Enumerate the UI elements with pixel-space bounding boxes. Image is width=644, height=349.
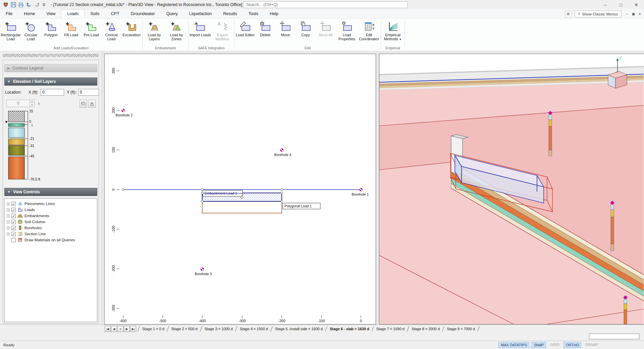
customize-qat-icon[interactable] bbox=[42, 2, 46, 7]
circular-load-button[interactable]: Circular Load bbox=[21, 19, 41, 45]
minimize-icon[interactable]: – bbox=[598, 0, 613, 9]
tab-cpt[interactable]: CPT bbox=[105, 10, 125, 18]
move-load-button[interactable]: Move bbox=[275, 19, 296, 45]
borehole-3[interactable]: Borehole 3 bbox=[195, 268, 212, 276]
empirical-methods-button[interactable]: Empirical Methods ▼ bbox=[382, 19, 404, 45]
stage-tab-6-active[interactable]: Stage 6 - slab = 1630 d bbox=[326, 327, 373, 331]
three-d-view-pane[interactable]: Z bbox=[379, 54, 644, 325]
checkbox-unchecked[interactable] bbox=[11, 238, 16, 242]
tab-soils[interactable]: Soils bbox=[85, 10, 105, 18]
expand-icon[interactable]: + bbox=[7, 227, 10, 230]
borehole-column-3[interactable] bbox=[623, 295, 628, 324]
tab-help[interactable]: Help bbox=[264, 10, 284, 18]
three-d-canvas[interactable]: Z bbox=[379, 54, 644, 324]
expand-icon[interactable]: + bbox=[7, 233, 10, 236]
doc-restore-icon[interactable]: ▣ bbox=[631, 11, 636, 17]
toggle-max-datatips[interactable]: MAX DATATIPS bbox=[498, 342, 529, 348]
delete-load-button[interactable]: Delete bbox=[255, 19, 275, 45]
next-stage-icon[interactable]: ▶ bbox=[124, 326, 130, 332]
redo-icon[interactable] bbox=[34, 2, 40, 7]
elevation-spinner[interactable] bbox=[6, 100, 30, 107]
spinner-arrows[interactable]: ▲▼ bbox=[30, 100, 35, 107]
borehole-4[interactable]: Borehole 4 bbox=[274, 149, 291, 157]
tree-item-boreholes[interactable]: + ✓ Boreholes bbox=[5, 225, 97, 231]
load-editor-button[interactable]: Load Editor bbox=[235, 19, 255, 45]
x-coordinate-field[interactable] bbox=[41, 89, 64, 96]
last-stage-icon[interactable]: ▶| bbox=[130, 326, 136, 332]
pre-load-button[interactable]: Pre-Load bbox=[81, 19, 101, 45]
search-input[interactable] bbox=[243, 1, 408, 8]
elevation-soil-layers-header[interactable]: ▼ Elevation / Soil Layers bbox=[4, 78, 97, 86]
tree-item-embankments[interactable]: + ✓ Embankments bbox=[5, 213, 97, 219]
plan-view-pane[interactable]: 300 200 100 0 -100 -200 -300 -600 -500 -… bbox=[104, 54, 376, 325]
borehole-2[interactable]: Borehole 2 bbox=[116, 109, 133, 117]
stage-tab-4[interactable]: Stage 4 = 1500 d bbox=[236, 327, 271, 331]
stage-tab-7[interactable]: Stage 7 = 1690 d bbox=[373, 327, 408, 331]
view-splitter[interactable] bbox=[376, 54, 379, 325]
contour-legend-header[interactable]: ▶ Contour Legend bbox=[4, 64, 97, 72]
toggle-osnap[interactable]: OSNAP bbox=[583, 342, 600, 348]
expand-icon[interactable]: + bbox=[7, 214, 10, 217]
tab-liquefaction[interactable]: Liquefaction bbox=[183, 10, 217, 18]
rectangular-load-button[interactable]: Rectangular Load bbox=[1, 19, 21, 45]
checkbox-checked[interactable]: ✓ bbox=[11, 208, 16, 212]
stage-tab-3[interactable]: Stage 3 = 1000 d bbox=[201, 327, 236, 331]
orientation-cube[interactable] bbox=[608, 71, 627, 88]
maximize-icon[interactable]: □ bbox=[613, 0, 629, 9]
borehole-1[interactable]: Borehole 1 bbox=[352, 188, 369, 197]
plan-view-canvas[interactable]: 300 200 100 0 -100 -200 -300 -600 -500 -… bbox=[105, 54, 376, 324]
expand-icon[interactable]: + bbox=[7, 208, 10, 211]
expand-icon[interactable]: + bbox=[7, 202, 10, 205]
stage-tab-1[interactable]: Stage 1 = 0 d bbox=[139, 327, 168, 331]
conical-load-button[interactable]: Conical Load bbox=[101, 19, 121, 45]
tab-results[interactable]: Results bbox=[217, 10, 243, 18]
tree-item-draw-materials[interactable]: Draw Materials on all Queries bbox=[5, 237, 97, 243]
tree-item-soil-column[interactable]: + ✓ Soil Column bbox=[5, 219, 97, 225]
borehole-column-1[interactable] bbox=[548, 111, 552, 156]
stage-tab-8[interactable]: Stage 8 = 2000 d bbox=[408, 327, 443, 331]
stage-tab-5[interactable]: Stage 5 -install side = 1600 d bbox=[272, 327, 326, 331]
expand-icon[interactable]: + bbox=[7, 220, 10, 223]
checkbox-checked[interactable]: ✓ bbox=[11, 214, 16, 218]
first-stage-icon[interactable]: |◀ bbox=[105, 326, 111, 332]
import-loads-button[interactable]: Import Loads bbox=[189, 19, 211, 45]
stage-list-icon[interactable]: # bbox=[117, 326, 123, 332]
panel-toggle-icon[interactable]: ⊞ bbox=[565, 11, 572, 17]
panel-drag-handle[interactable] bbox=[3, 54, 99, 57]
load-by-zones-button[interactable]: Load by Zones bbox=[165, 19, 187, 45]
toggle-ortho[interactable]: ORTHO bbox=[564, 342, 582, 348]
show-classic-menus-button[interactable]: ⚲ Show Classic Menus bbox=[574, 10, 622, 17]
prev-stage-icon[interactable]: ◀ bbox=[111, 326, 117, 332]
print-icon[interactable] bbox=[18, 2, 24, 7]
tab-groundwater[interactable]: Groundwater bbox=[125, 10, 161, 18]
stage-tab-2[interactable]: Stage 2 = 500 d bbox=[168, 327, 201, 331]
tab-home[interactable]: Home bbox=[18, 10, 41, 18]
copy-load-button[interactable]: Copy bbox=[296, 19, 316, 45]
tab-query[interactable]: Query bbox=[161, 10, 183, 18]
close-icon[interactable]: ✕ bbox=[629, 0, 644, 9]
undo-icon[interactable] bbox=[26, 2, 32, 7]
tab-view[interactable]: View bbox=[41, 10, 61, 18]
doc-minimize-icon[interactable]: – bbox=[624, 11, 630, 17]
toggle-snap[interactable]: SNAP bbox=[531, 342, 546, 348]
borehole-column-2[interactable] bbox=[610, 201, 614, 251]
load-by-layers-button[interactable]: Load by Layers bbox=[143, 19, 165, 45]
tab-loads[interactable]: Loads bbox=[61, 9, 85, 18]
tab-file[interactable]: File bbox=[0, 10, 18, 18]
y-coordinate-field[interactable] bbox=[78, 89, 99, 96]
doc-close-icon[interactable]: ✕ bbox=[637, 11, 643, 17]
tree-item-section-line[interactable]: + ✓ Section Line bbox=[5, 231, 97, 237]
checkbox-checked[interactable]: ✓ bbox=[11, 226, 16, 230]
excavation-button[interactable]: Excavation bbox=[121, 19, 142, 45]
polygon-load-button[interactable]: Polygon bbox=[41, 19, 61, 45]
edit-coordinates-button[interactable]: XY Edit Coordinates bbox=[358, 19, 380, 45]
lock-button[interactable] bbox=[88, 100, 96, 108]
tree-item-piezometric-lines[interactable]: + ✓ Piezometric Lines bbox=[5, 201, 97, 207]
toggle-grid[interactable]: GRID bbox=[548, 342, 561, 348]
tree-item-loads[interactable]: + ✓ Loads bbox=[5, 207, 97, 213]
save-icon[interactable] bbox=[11, 2, 16, 7]
fill-load-button[interactable]: Fill Load bbox=[61, 19, 81, 45]
tab-tools[interactable]: Tools bbox=[243, 10, 264, 18]
checkbox-checked[interactable]: ✓ bbox=[11, 202, 16, 206]
view-controls-header[interactable]: ▼ View Controls bbox=[4, 188, 97, 196]
